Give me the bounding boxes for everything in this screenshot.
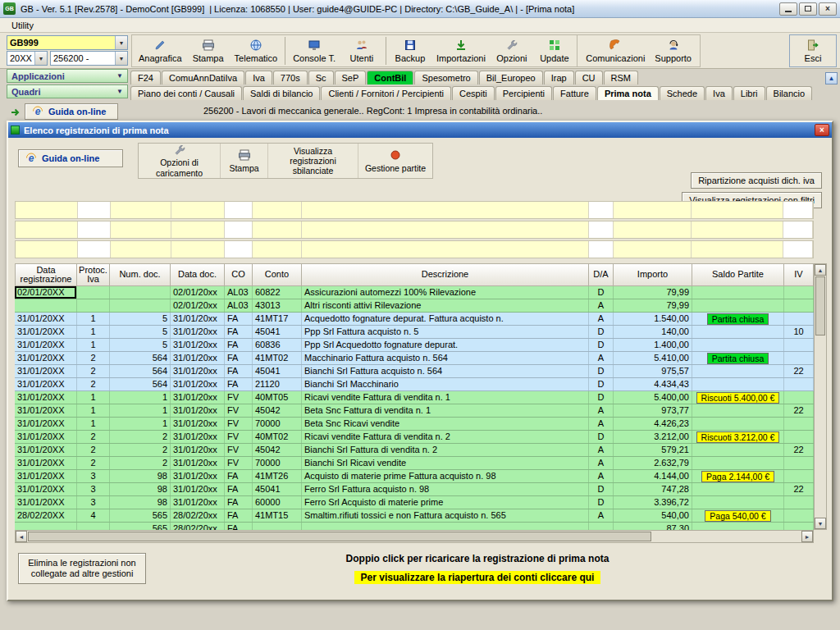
filter-cell[interactable]	[783, 221, 813, 238]
filter-cell[interactable]	[589, 202, 614, 218]
restore-button[interactable]	[799, 2, 817, 16]
horizontal-scroll-thumb[interactable]	[28, 532, 651, 541]
tab-770s[interactable]: 770s	[273, 71, 308, 84]
horizontal-scroll-track[interactable]	[652, 531, 801, 542]
filter-cell[interactable]	[171, 221, 226, 238]
toolbar-button-update[interactable]: Update	[533, 35, 576, 66]
toolbar-button-console-t[interactable]: Console T.	[288, 35, 340, 66]
company-select[interactable]: GB999 ▼	[7, 35, 128, 50]
filter-cell[interactable]	[302, 221, 588, 238]
tab-cespiti[interactable]: Cespiti	[452, 86, 495, 100]
filter-cell[interactable]	[614, 241, 692, 258]
tab-cu[interactable]: CU	[575, 71, 603, 84]
menu-item-utility[interactable]: Utility	[3, 20, 42, 31]
tab-saldi-di-bilancio[interactable]: Saldi di bilancio	[243, 86, 320, 100]
tab-sep[interactable]: SeP	[335, 71, 367, 84]
tab-schede[interactable]: Schede	[660, 86, 705, 100]
tab-irap[interactable]: Irap	[544, 71, 574, 84]
table-row[interactable]: 31/01/20XX1131/01/20xxFV45042Beta Snc Fa…	[15, 404, 814, 418]
tab-bilancio[interactable]: Bilancio	[766, 86, 813, 100]
table-row[interactable]: 31/01/20XX1531/01/20xxFA60836Ppp Srl Acq…	[15, 339, 814, 352]
table-horizontal-scrollbar[interactable]: ◄ ►	[15, 530, 814, 543]
filter-cell[interactable]	[78, 221, 111, 238]
filter-cell[interactable]	[253, 221, 302, 238]
tab-prima-nota[interactable]: Prima nota	[597, 86, 659, 100]
table-row[interactable]: 31/01/20XX1131/01/20xxFV40MT05Ricavi ven…	[15, 391, 814, 404]
applicazioni-dropdown[interactable]: Applicazioni ▼	[7, 69, 128, 83]
table-row[interactable]: 31/01/20XX1131/01/20xxFV70000Beta Snc Ri…	[15, 418, 814, 431]
year-select[interactable]: 20XX ▼	[7, 51, 48, 66]
toolbar-button-importazioni[interactable]: Importazioni	[431, 35, 491, 66]
tab-iva[interactable]: Iva	[705, 86, 733, 100]
ripartizione-acquisti-button[interactable]: Ripartizione acquisti dich. iva	[691, 172, 822, 189]
dialog-toolbar-button-gestione-partite[interactable]: Gestione partite	[358, 144, 432, 178]
column-header-conto[interactable]: Conto	[253, 263, 302, 286]
filter-cell[interactable]	[302, 241, 588, 258]
tab-libri[interactable]: Libri	[733, 86, 765, 100]
column-header-protoc-iva[interactable]: Protoc. Iva	[77, 263, 110, 286]
table-row[interactable]: 31/01/20XX1531/01/20xxFA41MT17Acquedotto…	[15, 313, 814, 326]
tab-fatture[interactable]: Fatture	[553, 86, 596, 100]
filter-cell[interactable]	[78, 241, 111, 258]
table-row[interactable]: 31/01/20XX39831/01/20xxFA41MT26Acquisto …	[15, 470, 814, 483]
toolbar-button-telematico[interactable]: Telematico	[230, 35, 283, 66]
column-header-data-registrazione[interactable]: Data registrazione	[15, 263, 77, 286]
filter-cell[interactable]	[253, 241, 302, 258]
minimize-button[interactable]	[779, 2, 797, 16]
table-row[interactable]: 31/01/20XX39831/01/20xxFA60000Ferro Srl …	[15, 496, 814, 509]
scroll-left-arrow[interactable]: ◄	[16, 531, 27, 542]
filter-cell[interactable]	[589, 241, 614, 258]
tab-spesometro[interactable]: Spesometro	[414, 71, 477, 84]
table-row[interactable]: 31/01/20XX256431/01/20xxFA41MT02Macchina…	[15, 352, 814, 365]
filter-cell[interactable]	[692, 202, 783, 218]
close-button[interactable]: ×	[819, 2, 837, 16]
dialog-guida-online-button[interactable]: e Guida on-line	[18, 149, 123, 167]
chevron-down-icon[interactable]: ▼	[115, 52, 127, 65]
tab-rsm[interactable]: RSM	[604, 71, 638, 84]
toolbar-button-stampa[interactable]: Stampa	[187, 35, 230, 66]
vertical-scroll-thumb[interactable]	[815, 276, 825, 336]
filter-cell[interactable]	[692, 241, 783, 258]
table-row[interactable]: 31/01/20XX2231/01/20xxFV45042Bianchi Srl…	[15, 444, 814, 457]
tab-sc[interactable]: Sc	[308, 71, 334, 84]
filter-cell[interactable]	[78, 202, 111, 218]
tab-contbil[interactable]: ContBil	[367, 71, 413, 84]
delete-registrations-button[interactable]: Elimina le registrazioni non collegate a…	[18, 553, 146, 584]
table-row[interactable]: 31/01/20XX256431/01/20xxFA45041Bianchi S…	[15, 365, 814, 378]
toolbar-button-comunicazioni[interactable]: Comunicazioni	[581, 35, 650, 66]
table-row[interactable]: 31/01/20XX256431/01/20xxFA21120Bianchi S…	[15, 378, 814, 391]
filter-cell[interactable]	[253, 202, 302, 218]
column-header-data-doc[interactable]: Data doc.	[171, 263, 225, 286]
filter-cell[interactable]	[225, 221, 253, 238]
toolbar-button-opzioni[interactable]: Opzioni	[491, 35, 533, 66]
filter-cell[interactable]	[225, 202, 253, 218]
filter-cell[interactable]	[614, 202, 692, 218]
table-row[interactable]: 31/01/20XX39831/01/20xxFA45041Ferro Srl …	[15, 483, 814, 496]
chevron-down-icon[interactable]: ▼	[115, 36, 127, 49]
filter-cell[interactable]	[111, 221, 171, 238]
tab-percipienti[interactable]: Percipienti	[495, 86, 552, 100]
table-vertical-scrollbar[interactable]: ▲ ▼	[814, 263, 827, 530]
column-header-saldo-partite[interactable]: Saldo Partite	[692, 263, 784, 286]
exit-button[interactable]: Esci	[792, 35, 834, 66]
table-row[interactable]: 31/01/20XX2231/01/20xxFV70000Bianchi Srl…	[15, 457, 814, 470]
tab-f24[interactable]: F24	[130, 71, 161, 84]
scroll-up-arrow[interactable]: ▲	[815, 264, 826, 276]
column-header-iv[interactable]: IV	[784, 263, 814, 286]
activity-select[interactable]: 256200 - ▼	[50, 51, 128, 66]
toolbar-button-supporto[interactable]: Supporto	[650, 35, 696, 66]
column-header-descrizione[interactable]: Descrizione	[302, 263, 589, 286]
toolbar-button-backup[interactable]: Backup	[389, 35, 431, 66]
filter-cell[interactable]	[783, 241, 813, 258]
filter-cell[interactable]	[171, 202, 226, 218]
filter-cell[interactable]	[16, 241, 78, 258]
dialog-toolbar-button-stampa[interactable]: Stampa	[221, 144, 268, 178]
scroll-right-arrow[interactable]: ►	[801, 531, 813, 542]
table-row[interactable]: 31/01/20XX1531/01/20xxFA45041Ppp Srl Fat…	[15, 326, 814, 339]
toolbar-button-utenti[interactable]: Utenti	[340, 35, 383, 66]
column-header-d-a[interactable]: D/A	[589, 263, 614, 286]
table-row[interactable]: 31/01/20XX2231/01/20xxFV40MT02Ricavi ven…	[15, 431, 814, 444]
filter-cell[interactable]	[692, 221, 783, 238]
guida-online-button[interactable]: e Guida on-line	[25, 103, 118, 120]
reopen-accounts-link[interactable]: Per visualizzare la riapertura dei conti…	[354, 571, 601, 584]
